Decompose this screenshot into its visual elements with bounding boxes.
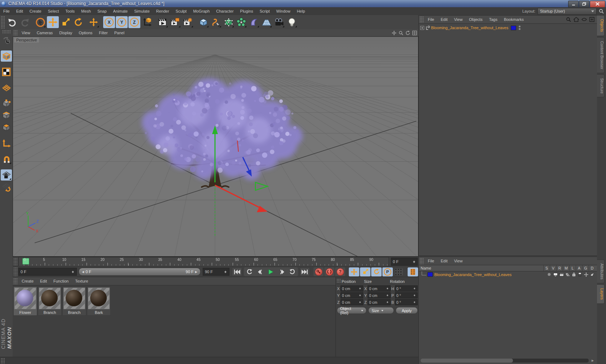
menu-item[interactable]: Animate xyxy=(110,7,131,15)
column-header[interactable]: D xyxy=(589,265,595,271)
texture-mode-button[interactable] xyxy=(1,66,12,77)
animation-icon[interactable] xyxy=(577,272,583,276)
add-mograph-array-button[interactable] xyxy=(235,16,247,28)
layers-menu-item[interactable]: View xyxy=(451,257,466,265)
solo-icon[interactable] xyxy=(546,273,552,276)
next-key-button[interactable] xyxy=(287,267,298,276)
undo-button[interactable] xyxy=(6,16,18,28)
column-header[interactable]: S xyxy=(543,265,550,271)
side-tab[interactable]: Objects xyxy=(597,15,605,36)
om-menu-item[interactable]: Edit xyxy=(438,15,451,23)
size-value-field[interactable]: 0 cm xyxy=(368,292,390,298)
timeline-window-button[interactable] xyxy=(408,267,418,276)
layers-object-row[interactable]: Blooming_Jacaranda_Tree_without_Leaves xyxy=(419,271,597,278)
column-header[interactable]: A xyxy=(576,265,582,271)
add-light-button[interactable] xyxy=(286,16,298,28)
om-home-icon[interactable] xyxy=(574,17,579,22)
material-menu-item[interactable]: Create xyxy=(18,277,37,285)
menu-item[interactable]: Select xyxy=(45,7,62,15)
rotate-view-icon[interactable] xyxy=(405,31,410,35)
spinner-arrows[interactable] xyxy=(413,259,416,264)
menu-item[interactable]: File xyxy=(0,7,13,15)
side-tab[interactable]: Structure xyxy=(597,74,605,98)
viewport-canvas[interactable]: Perspective xyxy=(13,36,418,257)
layers-menu-item[interactable]: Edit xyxy=(438,257,451,265)
column-header[interactable]: G xyxy=(582,265,589,271)
end-frame-field[interactable]: 90 F xyxy=(203,268,229,276)
side-tab[interactable]: Attributes xyxy=(597,259,605,283)
om-menu-item[interactable]: Bookmarks xyxy=(501,15,527,23)
axis-lock-button[interactable]: Z xyxy=(128,16,140,28)
menu-item[interactable]: MoGraph xyxy=(190,7,213,15)
layers-grip[interactable] xyxy=(420,258,424,264)
viewport-menu-item[interactable]: Display xyxy=(56,29,75,36)
object-name[interactable]: Blooming_Jacaranda_Tree_without_Leaves xyxy=(431,26,508,30)
material-thumbnail[interactable] xyxy=(14,288,36,309)
view-icon[interactable] xyxy=(552,273,558,276)
material-menu-item[interactable]: Texture xyxy=(72,277,91,285)
maximize-button[interactable] xyxy=(579,1,589,8)
material-thumbnail[interactable] xyxy=(39,288,61,309)
previous-key-button[interactable] xyxy=(244,267,254,276)
menu-item[interactable]: Plugins xyxy=(237,7,256,15)
menu-item[interactable]: Render xyxy=(153,7,172,15)
menu-item[interactable]: Create xyxy=(26,7,45,15)
redo-button[interactable] xyxy=(19,16,31,28)
spinner-arrows[interactable] xyxy=(71,270,75,274)
column-header[interactable]: R xyxy=(556,265,563,271)
goto-start-button[interactable] xyxy=(232,267,242,276)
menu-item[interactable]: Tools xyxy=(62,7,78,15)
add-primitive-button[interactable] xyxy=(197,16,209,28)
timeline-grip[interactable] xyxy=(13,258,18,266)
keying-help-button[interactable]: ? xyxy=(335,267,345,276)
lock-workplane-button[interactable] xyxy=(1,169,12,181)
key-parameter-toggle[interactable]: P xyxy=(382,267,393,276)
side-tab[interactable]: Content Browser xyxy=(597,37,605,73)
visibility-dots[interactable] xyxy=(519,26,521,30)
menu-item[interactable]: Simulate xyxy=(131,7,153,15)
render-view-button[interactable] xyxy=(157,16,168,28)
make-editable-button[interactable] xyxy=(1,35,12,46)
om-add-icon[interactable] xyxy=(589,17,594,22)
position-value-field[interactable]: 0 cm xyxy=(341,285,363,292)
minimize-button[interactable] xyxy=(568,1,579,8)
viewport-menu-item[interactable]: View xyxy=(18,29,34,36)
om-grip[interactable] xyxy=(420,16,424,23)
range-left-arrow[interactable]: ◀ xyxy=(82,270,84,274)
om-filter-icon[interactable] xyxy=(581,18,587,21)
add-camera-button[interactable] xyxy=(273,16,285,28)
om-menu-item[interactable]: Objects xyxy=(466,15,486,23)
transport-grip[interactable] xyxy=(13,267,18,276)
status-grip[interactable] xyxy=(1,358,5,364)
name-column-header[interactable]: Name xyxy=(419,265,543,271)
position-value-field[interactable]: 0 cm xyxy=(341,292,363,298)
add-subdivision-surface-button[interactable] xyxy=(223,16,234,28)
apply-button[interactable]: Apply xyxy=(396,307,418,314)
polygons-mode-button[interactable] xyxy=(1,122,12,133)
material-menu-item[interactable]: Edit xyxy=(37,277,50,285)
record-keyframe-button[interactable] xyxy=(313,267,324,276)
frame-range-slider[interactable]: ◀ 0 F 90 F ▶ xyxy=(79,268,201,276)
autokey-button[interactable] xyxy=(324,267,334,276)
snap-button[interactable] xyxy=(1,154,12,165)
rotation-value-field[interactable]: 0 ° xyxy=(395,292,418,298)
viewport-menu-item[interactable]: Cameras xyxy=(34,29,56,36)
rotation-value-field[interactable]: 0 ° xyxy=(395,285,418,292)
live-selection-button[interactable] xyxy=(34,16,46,28)
goto-end-button[interactable] xyxy=(300,267,310,276)
add-deformer-button[interactable] xyxy=(248,16,260,28)
last-tool-button[interactable] xyxy=(88,16,100,28)
object-name[interactable]: Blooming_Jacaranda_Tree_without_Leaves xyxy=(434,272,546,277)
enable-axis-button[interactable] xyxy=(1,138,12,149)
layers-menu-item[interactable]: File xyxy=(425,257,438,265)
axis-lock-button[interactable]: X xyxy=(103,16,115,28)
om-menu-item[interactable]: Tags xyxy=(486,15,501,23)
workplane-mode-button[interactable] xyxy=(1,82,12,93)
menu-item[interactable]: Character xyxy=(213,7,237,15)
menu-item[interactable]: Script xyxy=(256,7,273,15)
menu-item[interactable]: Snap xyxy=(94,7,110,15)
coordinate-system-button[interactable] xyxy=(141,16,153,28)
edges-mode-button[interactable] xyxy=(1,110,12,121)
coordinates-grip[interactable] xyxy=(337,279,341,283)
material-swatch[interactable]: Flower xyxy=(13,287,37,316)
